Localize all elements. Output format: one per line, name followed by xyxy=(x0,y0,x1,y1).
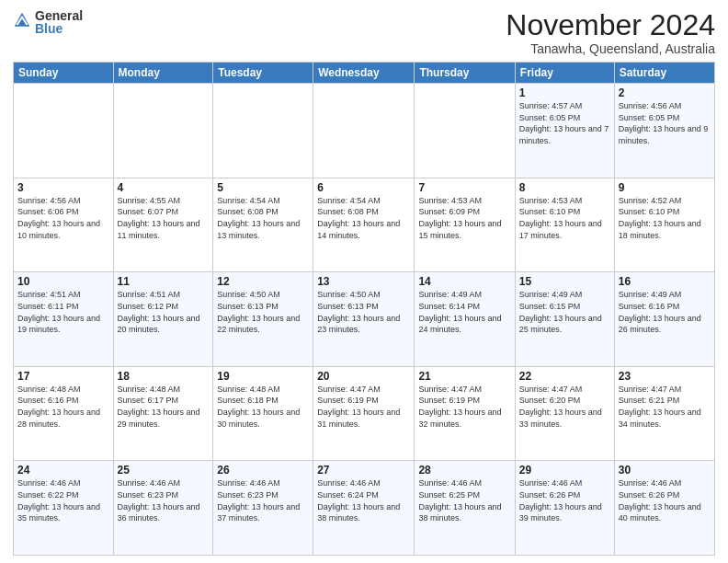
cell-4-3: 27Sunrise: 4:46 AM Sunset: 6:24 PM Dayli… xyxy=(313,461,415,556)
day-number: 20 xyxy=(317,370,410,383)
day-info: Sunrise: 4:48 AM Sunset: 6:17 PM Dayligh… xyxy=(118,384,210,430)
title-block: November 2024 Tanawha, Queensland, Austr… xyxy=(506,9,715,56)
cell-3-1: 18Sunrise: 4:48 AM Sunset: 6:17 PM Dayli… xyxy=(113,366,213,461)
logo-text: General Blue xyxy=(35,9,83,35)
day-info: Sunrise: 4:50 AM Sunset: 6:13 PM Dayligh… xyxy=(217,289,309,335)
cell-1-2: 5Sunrise: 4:54 AM Sunset: 6:08 PM Daylig… xyxy=(213,178,313,272)
cell-0-2 xyxy=(213,84,313,178)
calendar-table: Sunday Monday Tuesday Wednesday Thursday… xyxy=(13,62,715,556)
cell-1-0: 3Sunrise: 4:56 AM Sunset: 6:06 PM Daylig… xyxy=(14,178,114,272)
week-row-4: 17Sunrise: 4:48 AM Sunset: 6:16 PM Dayli… xyxy=(14,366,715,461)
day-number: 5 xyxy=(217,181,309,194)
cell-4-6: 30Sunrise: 4:46 AM Sunset: 6:26 PM Dayli… xyxy=(614,461,714,556)
day-number: 21 xyxy=(418,370,510,383)
cell-2-2: 12Sunrise: 4:50 AM Sunset: 6:13 PM Dayli… xyxy=(213,272,313,367)
day-info: Sunrise: 4:49 AM Sunset: 6:16 PM Dayligh… xyxy=(619,289,711,335)
location-subtitle: Tanawha, Queensland, Australia xyxy=(506,41,715,56)
cell-0-1 xyxy=(113,84,213,178)
header-sunday: Sunday xyxy=(14,63,114,84)
cell-2-5: 15Sunrise: 4:49 AM Sunset: 6:15 PM Dayli… xyxy=(515,272,614,367)
day-number: 15 xyxy=(519,275,610,288)
day-info: Sunrise: 4:54 AM Sunset: 6:08 PM Dayligh… xyxy=(217,195,309,241)
cell-0-4 xyxy=(415,84,515,178)
day-info: Sunrise: 4:46 AM Sunset: 6:23 PM Dayligh… xyxy=(217,477,309,523)
day-info: Sunrise: 4:54 AM Sunset: 6:08 PM Dayligh… xyxy=(317,195,410,241)
logo-icon xyxy=(13,11,31,33)
day-info: Sunrise: 4:46 AM Sunset: 6:23 PM Dayligh… xyxy=(118,477,210,523)
cell-1-3: 6Sunrise: 4:54 AM Sunset: 6:08 PM Daylig… xyxy=(313,178,415,272)
day-info: Sunrise: 4:49 AM Sunset: 6:14 PM Dayligh… xyxy=(418,289,510,335)
day-info: Sunrise: 4:52 AM Sunset: 6:10 PM Dayligh… xyxy=(619,195,711,241)
cell-4-2: 26Sunrise: 4:46 AM Sunset: 6:23 PM Dayli… xyxy=(213,461,313,556)
day-number: 2 xyxy=(619,86,711,99)
cell-4-5: 29Sunrise: 4:46 AM Sunset: 6:26 PM Dayli… xyxy=(515,461,614,556)
day-number: 26 xyxy=(217,464,309,477)
day-number: 7 xyxy=(418,181,510,194)
cell-0-0 xyxy=(14,84,114,178)
day-number: 29 xyxy=(519,464,610,477)
day-info: Sunrise: 4:46 AM Sunset: 6:25 PM Dayligh… xyxy=(418,477,510,523)
day-info: Sunrise: 4:51 AM Sunset: 6:12 PM Dayligh… xyxy=(118,289,210,335)
day-number: 18 xyxy=(118,370,210,383)
day-number: 16 xyxy=(619,275,711,288)
day-info: Sunrise: 4:53 AM Sunset: 6:10 PM Dayligh… xyxy=(519,195,610,241)
cell-2-3: 13Sunrise: 4:50 AM Sunset: 6:13 PM Dayli… xyxy=(313,272,415,367)
day-number: 8 xyxy=(519,181,610,194)
day-number: 24 xyxy=(17,464,109,477)
day-number: 1 xyxy=(519,86,610,99)
day-info: Sunrise: 4:48 AM Sunset: 6:18 PM Dayligh… xyxy=(217,384,309,430)
cell-2-0: 10Sunrise: 4:51 AM Sunset: 6:11 PM Dayli… xyxy=(14,272,114,367)
day-info: Sunrise: 4:55 AM Sunset: 6:07 PM Dayligh… xyxy=(118,195,210,241)
cell-2-1: 11Sunrise: 4:51 AM Sunset: 6:12 PM Dayli… xyxy=(113,272,213,367)
logo: General Blue xyxy=(13,9,83,35)
day-number: 14 xyxy=(418,275,510,288)
day-number: 10 xyxy=(17,275,109,288)
day-info: Sunrise: 4:47 AM Sunset: 6:19 PM Dayligh… xyxy=(317,384,410,430)
header-monday: Monday xyxy=(113,63,213,84)
day-info: Sunrise: 4:57 AM Sunset: 6:05 PM Dayligh… xyxy=(519,100,610,146)
cell-4-1: 25Sunrise: 4:46 AM Sunset: 6:23 PM Dayli… xyxy=(113,461,213,556)
day-info: Sunrise: 4:46 AM Sunset: 6:26 PM Dayligh… xyxy=(519,477,610,523)
cell-0-5: 1Sunrise: 4:57 AM Sunset: 6:05 PM Daylig… xyxy=(515,84,614,178)
week-row-2: 3Sunrise: 4:56 AM Sunset: 6:06 PM Daylig… xyxy=(14,178,715,272)
day-number: 28 xyxy=(418,464,510,477)
day-info: Sunrise: 4:46 AM Sunset: 6:22 PM Dayligh… xyxy=(17,477,109,523)
header-wednesday: Wednesday xyxy=(313,63,415,84)
day-number: 27 xyxy=(317,464,410,477)
day-info: Sunrise: 4:46 AM Sunset: 6:24 PM Dayligh… xyxy=(317,477,410,523)
day-info: Sunrise: 4:47 AM Sunset: 6:19 PM Dayligh… xyxy=(418,384,510,430)
day-number: 22 xyxy=(519,370,610,383)
cell-2-4: 14Sunrise: 4:49 AM Sunset: 6:14 PM Dayli… xyxy=(415,272,515,367)
day-number: 25 xyxy=(118,464,210,477)
cell-3-5: 22Sunrise: 4:47 AM Sunset: 6:20 PM Dayli… xyxy=(515,366,614,461)
day-number: 3 xyxy=(17,181,109,194)
logo-blue: Blue xyxy=(35,22,83,35)
day-info: Sunrise: 4:56 AM Sunset: 6:06 PM Dayligh… xyxy=(17,195,109,241)
weekday-header-row: Sunday Monday Tuesday Wednesday Thursday… xyxy=(14,63,715,84)
day-info: Sunrise: 4:48 AM Sunset: 6:16 PM Dayligh… xyxy=(17,384,109,430)
day-number: 6 xyxy=(317,181,410,194)
header-tuesday: Tuesday xyxy=(213,63,313,84)
day-number: 19 xyxy=(217,370,309,383)
day-info: Sunrise: 4:49 AM Sunset: 6:15 PM Dayligh… xyxy=(519,289,610,335)
header-friday: Friday xyxy=(515,63,614,84)
cell-0-3 xyxy=(313,84,415,178)
day-info: Sunrise: 4:50 AM Sunset: 6:13 PM Dayligh… xyxy=(317,289,410,335)
cell-3-6: 23Sunrise: 4:47 AM Sunset: 6:21 PM Dayli… xyxy=(614,366,714,461)
week-row-5: 24Sunrise: 4:46 AM Sunset: 6:22 PM Dayli… xyxy=(14,461,715,556)
day-number: 30 xyxy=(619,464,711,477)
cell-1-1: 4Sunrise: 4:55 AM Sunset: 6:07 PM Daylig… xyxy=(113,178,213,272)
day-info: Sunrise: 4:47 AM Sunset: 6:20 PM Dayligh… xyxy=(519,384,610,430)
day-number: 12 xyxy=(217,275,309,288)
page: General Blue November 2024 Tanawha, Quee… xyxy=(0,0,728,563)
cell-3-0: 17Sunrise: 4:48 AM Sunset: 6:16 PM Dayli… xyxy=(14,366,114,461)
cell-1-5: 8Sunrise: 4:53 AM Sunset: 6:10 PM Daylig… xyxy=(515,178,614,272)
cell-2-6: 16Sunrise: 4:49 AM Sunset: 6:16 PM Dayli… xyxy=(614,272,714,367)
day-number: 23 xyxy=(619,370,711,383)
cell-3-4: 21Sunrise: 4:47 AM Sunset: 6:19 PM Dayli… xyxy=(415,366,515,461)
day-number: 9 xyxy=(619,181,711,194)
header: General Blue November 2024 Tanawha, Quee… xyxy=(13,9,715,56)
cell-1-4: 7Sunrise: 4:53 AM Sunset: 6:09 PM Daylig… xyxy=(415,178,515,272)
header-saturday: Saturday xyxy=(614,63,714,84)
cell-0-6: 2Sunrise: 4:56 AM Sunset: 6:05 PM Daylig… xyxy=(614,84,714,178)
